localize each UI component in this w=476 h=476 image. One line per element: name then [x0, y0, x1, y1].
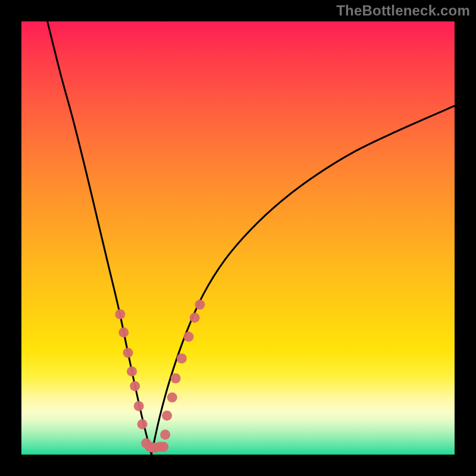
series-right-curve: [151, 106, 455, 455]
marker-point: [160, 430, 170, 440]
chart-container: TheBottleneck.com: [0, 0, 476, 476]
marker-point: [118, 327, 129, 337]
marker-point: [134, 401, 144, 411]
plot-area: [21, 21, 455, 455]
marker-point: [195, 300, 205, 310]
watermark-text: TheBottleneck.com: [336, 2, 470, 19]
marker-point: [115, 309, 125, 320]
marker-point: [177, 353, 187, 364]
marker-point: [127, 367, 137, 377]
chart-markers: [115, 300, 205, 453]
marker-point: [190, 312, 200, 322]
marker-point: [158, 441, 168, 452]
marker-point: [130, 381, 140, 391]
marker-point: [162, 411, 172, 421]
chart-curves: [48, 21, 455, 455]
chart-svg: [21, 21, 455, 455]
marker-point: [167, 392, 177, 402]
marker-point: [184, 331, 194, 342]
marker-point: [123, 347, 133, 358]
marker-point: [137, 419, 148, 430]
marker-point: [171, 373, 181, 383]
